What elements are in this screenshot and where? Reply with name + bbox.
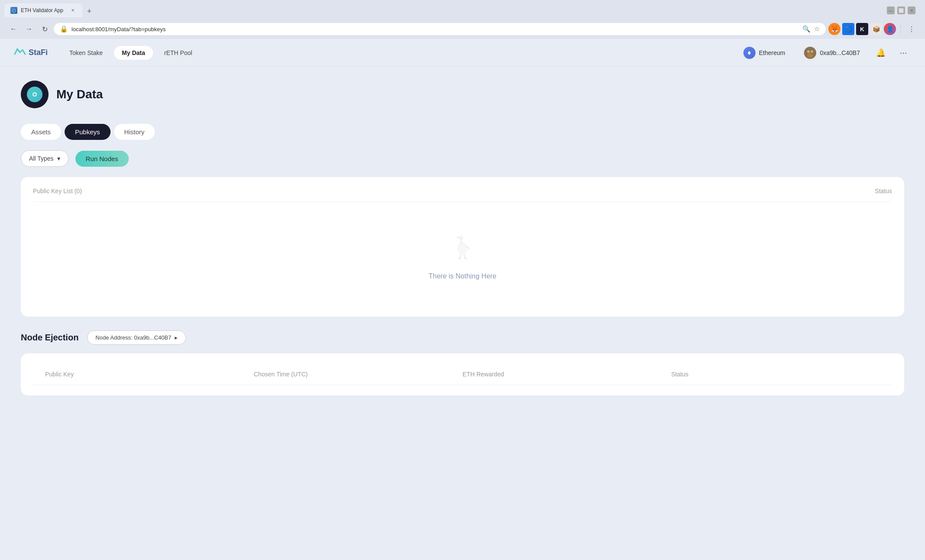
network-label: Ethereum	[759, 49, 785, 56]
tab-history[interactable]: History	[114, 124, 155, 140]
chevron-right-icon: ▸	[175, 334, 178, 341]
close-button[interactable]: ✕	[908, 6, 915, 14]
tab-title: ETH Validator App	[21, 7, 66, 13]
svg-point-5	[33, 93, 36, 96]
ejection-table: Public Key Chosen Time (UTC) ETH Rewarde…	[21, 353, 904, 395]
divider	[900, 25, 901, 33]
browser-menu-button[interactable]: ⋮	[905, 23, 918, 36]
svg-point-1	[807, 50, 810, 53]
search-icon: 🔍	[802, 25, 811, 33]
wallet-avatar	[804, 47, 816, 59]
empty-bird-icon	[449, 235, 476, 265]
col-status: Status	[671, 371, 880, 378]
url-text: localhost:8001/myData/?tab=pubkeys	[72, 26, 799, 32]
svg-point-7	[459, 236, 463, 240]
extension-icons: 🦊 🔵 K 📦 👤	[828, 23, 896, 35]
k-extension[interactable]: K	[856, 23, 868, 35]
address-bar-row: ← → ↻ 🔒 localhost:8001/myData/?tab=pubke…	[4, 20, 921, 39]
nav-token-stake[interactable]: Token Stake	[62, 46, 111, 60]
node-address-button[interactable]: Node Address: 0xa9b...C40B7 ▸	[87, 330, 186, 345]
ejection-table-header: Public Key Chosen Time (UTC) ETH Rewarde…	[33, 364, 892, 385]
page-icon	[21, 81, 49, 108]
nav-items: Token Stake My Data rETH Pool	[62, 46, 200, 60]
all-types-filter[interactable]: All Types ▾	[21, 150, 68, 167]
pubkey-list-title: Public Key List (0)	[33, 188, 82, 194]
browser-chrome: ⬡ ETH Validator App × + — ⬜ ✕ ← → ↻ 🔒 lo…	[0, 0, 925, 39]
svg-point-6	[458, 243, 467, 255]
logo: StaFi	[14, 46, 48, 59]
empty-text: There is Nothing Here	[429, 272, 497, 280]
address-bar[interactable]: 🔒 localhost:8001/myData/?tab=pubkeys 🔍 ☆	[54, 23, 826, 35]
filter-row: All Types ▾ Run Nodes	[21, 150, 904, 167]
logo-text: StaFi	[29, 48, 48, 57]
wallet-address: 0xa9b...C40B7	[820, 49, 860, 56]
wallet-badge[interactable]: 0xa9b...C40B7	[798, 44, 866, 62]
top-nav: StaFi Token Stake My Data rETH Pool ♦ Et…	[0, 39, 925, 67]
browser-tabs: ⬡ ETH Validator App × +	[4, 3, 95, 17]
col-chosen-time: Chosen Time (UTC)	[254, 371, 463, 378]
filter-label: All Types	[29, 155, 54, 162]
col-eth-rewarded: ETH Rewarded	[462, 371, 671, 378]
status-column-header: Status	[875, 188, 892, 194]
refresh-button[interactable]: ↻	[38, 23, 51, 36]
network-badge[interactable]: ♦ Ethereum	[737, 44, 791, 62]
tab-pubkeys[interactable]: Pubkeys	[65, 124, 111, 140]
tab-bar: Assets Pubkeys History	[21, 124, 904, 140]
restore-button[interactable]: ⬜	[897, 6, 905, 14]
page-icon-inner	[27, 87, 42, 102]
tab-favicon: ⬡	[10, 7, 17, 14]
back-button[interactable]: ←	[7, 23, 20, 36]
app-container: StaFi Token Stake My Data rETH Pool ♦ Et…	[0, 39, 925, 560]
bookmark-icon: ☆	[814, 25, 820, 33]
node-address-label: Node Address: 0xa9b...C40B7	[95, 334, 171, 341]
fox-extension[interactable]: 🦊	[828, 23, 840, 35]
node-ejection-title: Node Ejection	[21, 333, 78, 343]
nav-right: ♦ Ethereum 0xa9b...C40B7 🔔 ···	[737, 44, 911, 62]
run-nodes-button[interactable]: Run Nodes	[75, 151, 129, 167]
active-tab[interactable]: ⬡ ETH Validator App ×	[4, 3, 82, 17]
svg-point-2	[811, 50, 813, 53]
empty-state: There is Nothing Here	[33, 209, 892, 306]
blue-extension[interactable]: 🔵	[842, 23, 854, 35]
page-header: My Data	[21, 81, 904, 108]
nav-reth-pool[interactable]: rETH Pool	[156, 46, 200, 60]
node-ejection-header: Node Ejection Node Address: 0xa9b...C40B…	[21, 330, 904, 345]
bell-button[interactable]: 🔔	[873, 45, 889, 61]
forward-button[interactable]: →	[23, 23, 36, 36]
tab-assets[interactable]: Assets	[21, 124, 61, 140]
logo-icon	[14, 46, 26, 59]
browser-titlebar: ⬡ ETH Validator App × + — ⬜ ✕	[4, 3, 921, 17]
more-menu-button[interactable]: ···	[896, 45, 911, 61]
minimize-button[interactable]: —	[887, 6, 895, 14]
page-title: My Data	[56, 87, 103, 101]
col-public-key: Public Key	[45, 371, 254, 378]
lock-icon: 🔒	[60, 25, 68, 33]
eth-icon: ♦	[743, 47, 756, 59]
pubkey-list-header: Public Key List (0) Status	[33, 188, 892, 202]
tab-close-button[interactable]: ×	[69, 7, 76, 14]
window-controls: — ⬜ ✕	[887, 6, 915, 14]
chevron-down-icon: ▾	[57, 155, 60, 162]
nav-my-data[interactable]: My Data	[114, 46, 153, 60]
new-tab-button[interactable]: +	[83, 5, 95, 17]
avatar-extension[interactable]: 👤	[884, 23, 896, 35]
address-bar-icons: 🔍 ☆	[802, 25, 820, 33]
svg-point-3	[807, 53, 813, 58]
box-extension[interactable]: 📦	[870, 23, 882, 35]
pubkey-list-card: Public Key List (0) Status	[21, 177, 904, 317]
page-content: My Data Assets Pubkeys History All Types…	[0, 67, 925, 423]
